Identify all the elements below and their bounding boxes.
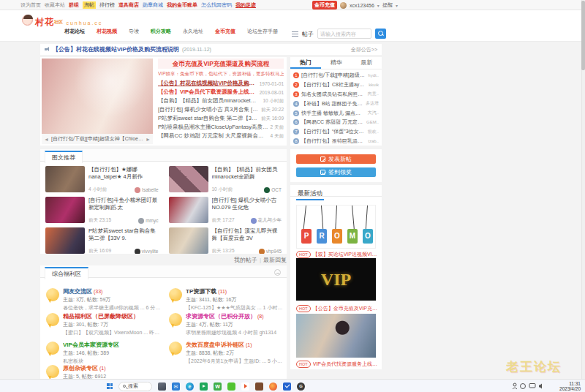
- tab-digest[interactable]: 精华: [321, 57, 352, 69]
- forum-link[interactable]: TP资源下载: [186, 288, 216, 295]
- search-category[interactable]: 帖子: [302, 30, 314, 38]
- mail-icon[interactable]: ✉: [172, 382, 180, 391]
- topbar-link-recover[interactable]: 怎么找回密码: [201, 1, 232, 9]
- tab-newest[interactable]: 最新: [351, 57, 382, 69]
- nav-video[interactable]: 村花视频: [97, 28, 117, 35]
- thread-link[interactable]: 【自行打包】推特巨乳温柔妹妹【..: [301, 137, 366, 145]
- thumbnail[interactable]: [169, 227, 208, 254]
- thread-link[interactable]: P站梦莉sweet star自购合集 第二弹【33V 9.: [88, 227, 159, 241]
- promo-banner[interactable]: P R O M O: [296, 205, 376, 249]
- edge-browser-icon[interactable]: e: [186, 382, 194, 391]
- carousel-image[interactable]: [42, 59, 153, 134]
- wechat-icon[interactable]: [227, 382, 235, 391]
- thread-link[interactable]: [自行打包]斗鱼小糯米团叮最新定制舞蹈.太: [88, 197, 159, 211]
- store-icon[interactable]: [255, 382, 263, 391]
- thread-link[interactable]: 【自行打包】★娜娜nana_taipei★ 4月新作: [88, 166, 159, 180]
- nav-handbook[interactable]: 论坛生存手册: [247, 28, 278, 35]
- thread-link[interactable]: [自行打包] 爆机少女喵小吉 NO.079 生化危: [212, 197, 282, 211]
- thread-link[interactable]: 【网易CC 炒鸡甜 万元定制 大尺度裸舞合集+村..: [158, 132, 268, 140]
- thread-link[interactable]: 【自行打包】溪宝儿即兴裸舞【百度云盘 3V: [212, 227, 282, 241]
- scrollbar-thumb[interactable]: [581, 1, 585, 70]
- forum-link[interactable]: 精品福利区（已屏蔽降级区）: [63, 313, 139, 320]
- nav-forum[interactable]: 村花论坛: [64, 28, 85, 35]
- thumbnail[interactable]: [45, 166, 85, 192]
- activity-link[interactable]: VIP会员代找资源服务上线！专人服务: [313, 361, 378, 368]
- all-announcements-link[interactable]: 全部公告>>: [351, 46, 377, 53]
- avatar[interactable]: [135, 187, 140, 193]
- author-name[interactable]: 花儿与少年: [258, 217, 282, 224]
- author-name[interactable]: OCT: [271, 187, 282, 192]
- nav-points[interactable]: 积分攻略: [151, 28, 171, 35]
- activity-link[interactable]: 【公告】金币充值及VIP充值渠道及购..: [313, 305, 378, 312]
- nav-guide[interactable]: 导读: [129, 28, 139, 35]
- forum-link[interactable]: 失效百度盘申诉补链区: [186, 342, 244, 348]
- topbar-link-groups[interactable]: 群组: [69, 1, 79, 9]
- tab-forum-category[interactable]: 综合福利区: [45, 267, 88, 279]
- avatar[interactable]: [251, 218, 257, 224]
- avatar[interactable]: [264, 187, 270, 193]
- author-name[interactable]: vivvylite: [142, 249, 159, 254]
- thread-link[interactable]: 【自购】【精品】前女团员minarocket全视频舞..: [158, 97, 260, 105]
- announcement-link[interactable]: 【公告】村花在线视频站VIP价格及购买流程说明: [53, 45, 179, 53]
- avatar[interactable]: [135, 249, 140, 255]
- thumbnail[interactable]: [45, 227, 85, 254]
- topbar-link-home[interactable]: 设为首页: [20, 1, 41, 9]
- search-input[interactable]: [317, 29, 371, 39]
- menu-icon[interactable]: [292, 31, 298, 37]
- last-post-link[interactable]: 【2022年6月第1次申请】主题ID: ... 5 小时前 楼华: [186, 358, 284, 365]
- user-avatar[interactable]: [340, 2, 347, 9]
- carousel-caption[interactable]: [自行打包/下载][申精]超级女神【ChloePuss: [51, 135, 143, 143]
- forum-link[interactable]: 原创杂谈专区: [63, 365, 98, 372]
- thread-link[interactable]: 【自行打包】“保蛋”3位女神无..: [301, 128, 366, 135]
- recharge-title[interactable]: 金币充值及VIP充值渠道及购买流程: [158, 59, 284, 69]
- thread-link[interactable]: 【公告】VIP会员代下载资源服务上线！专人服..: [158, 88, 257, 96]
- thread-link[interactable]: [自行打包] 爆机少女喵小吉 真3月合集 [6套多p..: [158, 106, 259, 113]
- topbar-link-bill[interactable]: 我的金币账单: [167, 1, 197, 9]
- forum-link[interactable]: VIP会员本家资源专区: [63, 342, 119, 348]
- topbar-link-footprint[interactable]: 我的足迹: [235, 1, 256, 9]
- tab-recommend[interactable]: 图文推荐: [45, 151, 83, 163]
- todo-icon[interactable]: [283, 382, 291, 391]
- thread-link[interactable]: P站梦莉sweet star自购合集 第二弹【33V 9.7G ..: [158, 115, 259, 122]
- launcher-icon[interactable]: [241, 382, 249, 391]
- activity-link[interactable]: 【双】买论坛VIP送视频VIP！限时优惠: [313, 251, 378, 258]
- thread-link[interactable]: 【公告】村花在线视频站VIP价格及购买流程说明: [158, 80, 257, 87]
- firefox-icon[interactable]: [269, 382, 277, 391]
- tab-hot[interactable]: 热门: [290, 57, 321, 69]
- taskbar-clock[interactable]: 11:31 2023/4/20: [559, 381, 581, 391]
- thread-link[interactable]: 快手主播 敏敏敏儿 漏点摄影无上定..: [301, 110, 366, 117]
- forum-link[interactable]: 网友交流区: [63, 288, 92, 295]
- taskbar-search[interactable]: 搜索: [118, 382, 152, 391]
- thread-link[interactable]: [自行打包/下载][申精]超级女神【..: [301, 72, 366, 79]
- username[interactable]: xcx123456: [350, 3, 374, 8]
- tab-latest-activity[interactable]: 最新活动: [296, 188, 324, 200]
- forum-link[interactable]: 求资源专区（已积分开放）: [186, 313, 256, 320]
- last-post-link[interactable]: 各位老铁，求半糖主播ut你的视频 ... 6 分钟前 糖.美女: [63, 304, 162, 312]
- windows-start-icon[interactable]: [107, 383, 113, 389]
- new-post-button[interactable]: 发表新帖: [296, 154, 376, 164]
- sign-in-button[interactable]: 签到领奖: [296, 167, 376, 177]
- collapse-icon[interactable]: [274, 269, 281, 276]
- last-post-link[interactable]: 求明星薇雨婕纱现视频 4 小时前 gh1314: [186, 329, 284, 336]
- avatar[interactable]: [138, 218, 144, 224]
- system-tray[interactable]: [512, 382, 544, 390]
- topbar-link-favorite[interactable]: 收藏本站: [45, 1, 65, 9]
- carousel-prev-icon[interactable]: ◄: [44, 137, 49, 142]
- author-name[interactable]: Isabelle: [142, 187, 158, 192]
- author-name[interactable]: mmyc: [146, 218, 158, 223]
- last-post-link[interactable]: 【蜜口】【双穴视频】VixenxMoon ... 昨天 20:20 村头老顽: [63, 329, 162, 336]
- thread-link[interactable]: 【自行打包】C8社主播aya_htaka..: [301, 81, 366, 88]
- thread-link[interactable]: 知名女团成员钻石私房照一小溪四..: [301, 91, 366, 98]
- thumbnail[interactable]: [169, 166, 208, 192]
- thumbnail[interactable]: [169, 197, 208, 223]
- carousel-next-icon[interactable]: ►: [146, 137, 151, 142]
- thread-link[interactable]: 【自购】【精品】前女团员minarocket全蹈舞: [212, 166, 282, 180]
- last-post-link[interactable]: 【KFC-125】★★★气质甜美女 ... 1 小时前 Bosch: [186, 304, 284, 312]
- topbar-link-ranking[interactable]: 排行榜: [99, 1, 115, 9]
- author-name[interactable]: vhp945: [266, 249, 282, 254]
- latest-reply-link[interactable]: 最新回复: [263, 257, 287, 263]
- recharge-badge[interactable]: 金币充值: [312, 1, 337, 10]
- topbar-link-props[interactable]: 道具商店: [118, 1, 139, 9]
- vip-banner[interactable]: VIP: [296, 258, 376, 301]
- nav-recharge[interactable]: 金币充值: [215, 28, 235, 35]
